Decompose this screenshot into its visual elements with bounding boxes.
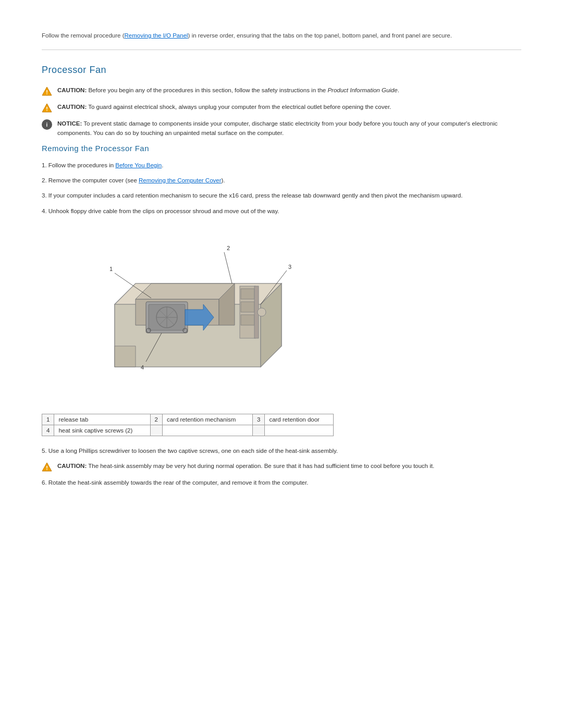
section-title: Processor Fan <box>42 65 521 76</box>
step-4: Unhook floppy drive cable from the clips… <box>42 207 521 216</box>
svg-text:1: 1 <box>109 266 113 272</box>
svg-point-24 <box>258 308 266 316</box>
svg-text:4: 4 <box>141 364 144 371</box>
svg-marker-26 <box>115 346 136 367</box>
svg-rect-20 <box>241 289 254 299</box>
notice-block-1: i NOTICE: To prevent static damage to co… <box>42 119 521 138</box>
svg-text:!: ! <box>46 89 48 95</box>
step-2: Remove the computer cover (see Removing … <box>42 176 521 185</box>
part-label-1: release tab <box>54 414 150 425</box>
before-you-begin-link[interactable]: Before You Begin <box>115 162 162 168</box>
part-num-6 <box>252 425 264 436</box>
subsection-title: Removing the Processor Fan <box>42 144 521 153</box>
svg-rect-22 <box>241 315 254 325</box>
part-num-5 <box>150 425 162 436</box>
part-num-1: 1 <box>42 414 54 425</box>
svg-text:!: ! <box>46 465 48 471</box>
step-5-list: Use a long Phillips screwdriver to loose… <box>42 447 521 455</box>
part-num-2: 2 <box>150 414 162 425</box>
step-1: Follow the procedures in Before You Begi… <box>42 161 521 170</box>
part-label-6 <box>265 425 334 436</box>
part-num-4: 4 <box>42 425 54 436</box>
svg-text:2: 2 <box>227 245 230 251</box>
diagram-container: 1 2 3 4 <box>73 226 292 403</box>
caution-block-1: ! CAUTION: Before you begin any of the p… <box>42 86 521 96</box>
caution-icon-3: ! <box>42 462 52 472</box>
part-label-5 <box>162 425 252 436</box>
caution-icon-1: ! <box>42 86 52 96</box>
svg-marker-9 <box>136 283 235 299</box>
svg-line-29 <box>224 252 232 283</box>
steps-list: Follow the procedures in Before You Begi… <box>42 161 521 216</box>
parts-table: 1 release tab 2 card retention mechanism… <box>42 414 334 436</box>
io-panel-link[interactable]: Removing the I/O Panel <box>125 32 188 39</box>
intro-paragraph: Follow the removal procedure (Removing t… <box>42 31 521 40</box>
part-label-2: card retention mechanism <box>162 414 252 425</box>
remove-cover-link[interactable]: Removing the Computer Cover <box>139 177 222 183</box>
caution-block-3: ! CAUTION: The heat-sink assembly may be… <box>42 462 521 472</box>
part-label-4: heat sink captive screws (2) <box>54 425 150 436</box>
step-3: If your computer includes a card retenti… <box>42 191 521 200</box>
svg-rect-21 <box>241 302 254 312</box>
section-divider <box>42 50 521 50</box>
caution-block-2: ! CAUTION: To guard against electrical s… <box>42 103 521 113</box>
part-num-3: 3 <box>252 414 264 425</box>
table-row-2: 4 heat sink captive screws (2) <box>42 425 334 436</box>
svg-text:!: ! <box>46 106 48 112</box>
diagram-svg: 1 2 3 4 <box>73 226 292 393</box>
step-6-list: Rotate the heat-sink assembly towards th… <box>42 478 521 487</box>
notice-icon-1: i <box>42 119 52 130</box>
step-5: Use a long Phillips screwdriver to loose… <box>42 447 521 455</box>
caution-icon-2: ! <box>42 103 52 113</box>
step-6: Rotate the heat-sink assembly towards th… <box>42 478 521 487</box>
svg-text:3: 3 <box>288 264 291 270</box>
part-label-3: card retention door <box>265 414 334 425</box>
table-row-1: 1 release tab 2 card retention mechanism… <box>42 414 334 425</box>
